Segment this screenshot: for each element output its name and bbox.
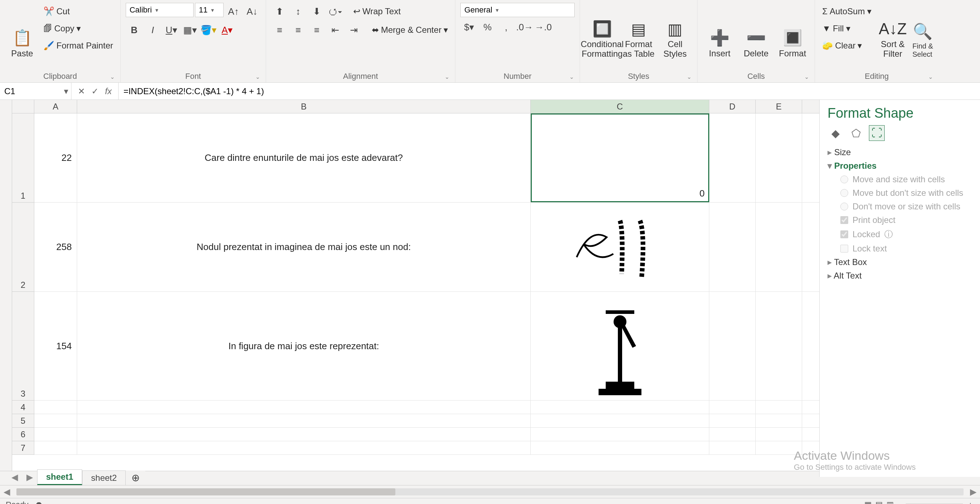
col-header-a[interactable]: A — [34, 100, 77, 113]
cell-E1[interactable] — [756, 113, 802, 202]
align-center-icon[interactable]: ≡ — [290, 21, 307, 38]
indent-increase-icon[interactable]: ⇥ — [345, 21, 363, 38]
section-properties[interactable]: Properties — [827, 161, 972, 171]
cell-C7[interactable] — [531, 441, 709, 455]
cell-A2[interactable]: 258 — [34, 203, 77, 292]
font-color-button[interactable]: A▾ — [219, 21, 236, 38]
cell-styles-button[interactable]: ▥ Cell Styles — [658, 3, 692, 59]
decrease-decimal-icon[interactable]: →.0 — [535, 19, 552, 36]
align-top-icon[interactable]: ⬆ — [271, 3, 288, 20]
cell-C2[interactable] — [531, 203, 709, 292]
indent-decrease-icon[interactable]: ⇤ — [327, 21, 344, 38]
copy-button[interactable]: 🗐 Copy▾ — [41, 20, 115, 37]
cell-B6[interactable] — [77, 428, 531, 441]
cell-C3[interactable] — [531, 292, 709, 400]
cell-A3[interactable]: 154 — [34, 292, 77, 400]
delete-cells-button[interactable]: ➖Delete — [739, 3, 773, 59]
view-page-break-icon[interactable]: ▥ — [886, 500, 894, 504]
increase-decimal-icon[interactable]: .0→ — [516, 19, 533, 36]
hscroll-thumb[interactable] — [16, 488, 395, 495]
decrease-font-icon[interactable]: A↓ — [243, 3, 261, 20]
section-textbox[interactable]: Text Box — [827, 257, 972, 267]
merge-center-button[interactable]: ⬌ Merge & Center▾ — [370, 21, 450, 38]
cell-D7[interactable] — [709, 441, 756, 455]
cell-C4[interactable] — [531, 401, 709, 414]
knots-image[interactable] — [570, 211, 670, 283]
zoom-out-icon[interactable]: − — [897, 500, 902, 504]
horizontal-scrollbar[interactable]: ◀ ▶ — [0, 485, 980, 498]
size-properties-tab-icon[interactable]: ⛶ — [869, 125, 885, 141]
cell-B2[interactable]: Nodul prezentat in imaginea de mai jos e… — [77, 203, 531, 292]
row-header[interactable]: 2 — [12, 203, 34, 292]
sheet-tab-1[interactable]: sheet1 — [37, 469, 82, 485]
cell-E5[interactable] — [756, 414, 802, 427]
align-right-icon[interactable]: ≡ — [308, 21, 325, 38]
cut-button[interactable]: ✂️ Cut — [41, 3, 115, 20]
col-header-d[interactable]: D — [709, 100, 756, 113]
orientation-icon[interactable]: ⭯▾ — [327, 3, 344, 20]
section-size[interactable]: Size — [827, 147, 972, 157]
underline-button[interactable]: U▾ — [163, 21, 180, 38]
cell-A1[interactable]: 22 — [34, 113, 77, 202]
border-button[interactable]: ▦▾ — [181, 21, 199, 38]
macro-record-icon[interactable]: ⏺ — [35, 500, 43, 504]
view-normal-icon[interactable]: ▦ — [864, 500, 872, 504]
cell-D1[interactable] — [709, 113, 756, 202]
sort-filter-button[interactable]: A↓ZSort & Filter — [876, 3, 910, 59]
cell-C6[interactable] — [531, 428, 709, 441]
scroll-left-icon[interactable]: ◀ — [0, 487, 14, 497]
fill-button[interactable]: ▼Fill▾ — [820, 20, 873, 37]
cell-E4[interactable] — [756, 401, 802, 414]
align-middle-icon[interactable]: ↕ — [290, 3, 307, 20]
number-format-select[interactable]: General — [460, 3, 574, 17]
stand-image[interactable] — [592, 296, 649, 396]
cell-C1[interactable]: 0 — [531, 113, 709, 202]
cell-B7[interactable] — [77, 441, 531, 455]
format-cells-button[interactable]: 🔳Format — [775, 3, 810, 59]
align-left-icon[interactable]: ≡ — [271, 21, 288, 38]
cell-D5[interactable] — [709, 414, 756, 427]
name-box[interactable]: C1 — [0, 83, 72, 100]
cell-A7[interactable] — [34, 441, 77, 455]
row-header[interactable]: 7 — [12, 441, 34, 455]
fx-icon[interactable]: fx — [105, 86, 112, 96]
new-sheet-button[interactable]: ⊕ — [126, 471, 145, 485]
cell-E6[interactable] — [756, 428, 802, 441]
view-page-layout-icon[interactable]: ▤ — [875, 500, 883, 504]
cell-D2[interactable] — [709, 203, 756, 292]
comma-icon[interactable]: , — [498, 19, 515, 36]
section-alttext[interactable]: Alt Text — [827, 271, 972, 281]
format-as-table-button[interactable]: ▤ Format as Table — [621, 3, 656, 59]
cancel-formula-icon[interactable]: ✕ — [78, 86, 85, 96]
row-header[interactable]: 3 — [12, 292, 34, 401]
select-all-corner[interactable] — [0, 100, 12, 471]
autosum-button[interactable]: ΣAutoSum▾ — [820, 3, 873, 20]
cell-A5[interactable] — [34, 414, 77, 427]
col-header-e[interactable]: E — [756, 100, 802, 113]
cell-E2[interactable] — [756, 203, 802, 292]
cell-B3[interactable]: In figura de mai jos este reprezentat: — [77, 292, 531, 400]
col-header-c[interactable]: C — [531, 100, 709, 113]
bold-button[interactable]: B — [126, 21, 143, 38]
row-header[interactable]: 5 — [12, 414, 34, 428]
cell-A6[interactable] — [34, 428, 77, 441]
col-header-b[interactable]: B — [77, 100, 531, 113]
paste-button[interactable]: 📋 Paste — [5, 3, 39, 59]
increase-font-icon[interactable]: A↑ — [225, 3, 242, 20]
row-header[interactable]: 4 — [12, 401, 34, 414]
cell-B4[interactable] — [77, 401, 531, 414]
fill-color-button[interactable]: 🪣▾ — [200, 21, 217, 38]
italic-button[interactable]: I — [144, 21, 161, 38]
effects-tab-icon[interactable]: ⬠ — [848, 125, 864, 141]
formula-input[interactable]: =INDEX(sheet2!C:C,($A1 -1) * 4 + 1) — [119, 83, 980, 100]
row-header[interactable]: 6 — [12, 428, 34, 441]
format-painter-button[interactable]: 🖌️ Format Painter — [41, 37, 115, 54]
clear-button[interactable]: 🧽Clear▾ — [820, 37, 873, 54]
cell-C5[interactable] — [531, 414, 709, 427]
cell-A4[interactable] — [34, 401, 77, 414]
cell-D3[interactable] — [709, 292, 756, 400]
enter-formula-icon[interactable]: ✓ — [91, 86, 99, 96]
percent-icon[interactable]: % — [479, 19, 496, 36]
cell-D6[interactable] — [709, 428, 756, 441]
cell-B5[interactable] — [77, 414, 531, 427]
